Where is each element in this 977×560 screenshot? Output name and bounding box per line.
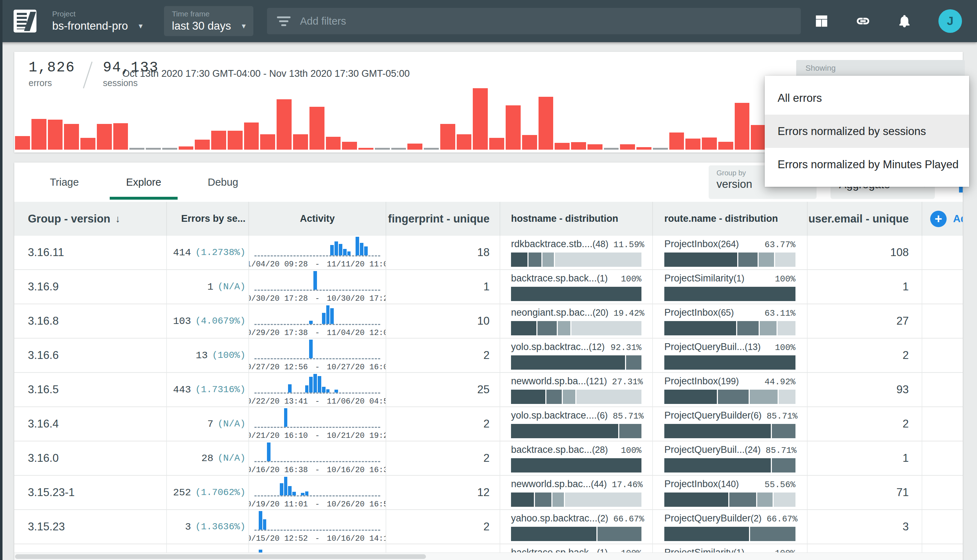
version-value: 3.15.23-1 (28, 486, 75, 499)
column-header-errors[interactable]: Errors by se... (167, 202, 249, 236)
sparkline-bar (313, 271, 317, 290)
version-value: 3.15.23 (28, 520, 65, 533)
distribution-segment (511, 355, 625, 370)
column-header-host[interactable]: hostname - distribution (500, 202, 653, 236)
column-header-fp[interactable]: fingerprint - unique (386, 202, 500, 236)
errors-count-value: 414 (173, 247, 191, 258)
histogram-bar (735, 103, 750, 150)
table-row[interactable]: 3.16.9 1 (N/A) 10/30/20 17:28-10/30/20 1… (14, 270, 963, 304)
hostname-distribution: newworld.sp.ba...(121) 27.31% (511, 376, 641, 404)
distribution-segment (779, 390, 795, 404)
histogram-bar (179, 147, 194, 150)
table-row[interactable]: 3.16.0 28 (N/A) 10/16/20 16:38-10/16/20 … (14, 442, 963, 476)
histogram-bar (375, 148, 390, 150)
distribution-segment (511, 390, 545, 404)
table-row[interactable]: 3.16.8 103 (4.0679%) 10/29/20 17:38-11/0… (14, 304, 963, 338)
sparkline-bar (330, 308, 334, 324)
project-selector[interactable]: Project bs-frontend-pro ▾ (52, 10, 143, 32)
user-email-unique-value: 2 (903, 349, 909, 362)
hostname-distribution: yolo.sp.backtrac...(12) 92.31% (511, 342, 641, 370)
histogram-bar (588, 144, 603, 150)
activity-sparkline (254, 271, 380, 291)
table-row[interactable]: 3.15.23 3 (1.3636%) 10/15/20 12:52-10/16… (14, 510, 963, 544)
sparkline-bar (288, 486, 292, 495)
sparkline-bar (309, 377, 313, 392)
sparkline-bar (326, 305, 330, 324)
table-row[interactable]: 3.16.11 414 (1.2738%) 11/04/20 09:28-11/… (14, 236, 963, 270)
version-value: 3.16.0 (28, 452, 58, 465)
menu-item-all-errors[interactable]: All errors (765, 82, 969, 115)
distribution-segment (511, 458, 641, 472)
explore-table-card: Triage Explore Debug Group by version ▾ … (14, 162, 963, 560)
tab-debug[interactable]: Debug (191, 162, 255, 202)
filter-input[interactable]: Add filters (267, 8, 801, 34)
column-header-route[interactable]: route.name - distribution (653, 202, 808, 236)
histogram-bar (653, 148, 668, 150)
showing-select-label: Showing (805, 63, 955, 73)
distribution-segment (529, 252, 541, 267)
tab-explore[interactable]: Explore (112, 162, 176, 202)
route-name-distribution: ProjectQueryBuil...(24) 85.71% (664, 444, 795, 472)
tab-triage[interactable]: Triage (32, 162, 97, 202)
column-header-activity[interactable]: Activity (249, 202, 386, 236)
avatar-initial: J (947, 14, 954, 28)
menu-item-errors-normalized-by-minutes-played[interactable]: Errors normalized by Minutes Played (765, 148, 969, 181)
sparkline-bar (356, 237, 359, 255)
horizontal-scrollbar[interactable] (14, 552, 963, 560)
bell-icon[interactable] (897, 13, 912, 28)
column-header-add[interactable]: +Add (922, 202, 963, 236)
distribution-segment (598, 527, 641, 541)
distribution-segment (772, 458, 795, 472)
distribution-segment (750, 527, 795, 541)
version-value: 3.16.8 (28, 315, 58, 328)
activity-sparkline (254, 442, 380, 462)
sparkline-bar (259, 511, 262, 530)
sparkline-bar (301, 493, 304, 495)
histogram-bar (309, 107, 324, 150)
menu-item-errors-normalized-by-sessions[interactable]: Errors normalized by sessions (765, 115, 969, 148)
histogram-bar (669, 132, 684, 150)
backtrace-logo[interactable] (13, 10, 37, 32)
distribution-segment (664, 527, 749, 541)
histogram-bar (97, 124, 112, 150)
distribution-segment (772, 424, 795, 438)
histogram-bar (489, 138, 504, 150)
histogram-bar (391, 148, 406, 150)
user-email-unique-value: 93 (897, 383, 909, 396)
fingerprint-unique-value: 2 (483, 418, 489, 430)
sort-descending-icon: ↓ (115, 213, 120, 225)
link-icon[interactable] (855, 13, 870, 28)
activity-date-range: 10/27/20 12:56-10/27/20 16:04 (254, 363, 380, 372)
sparkline-bar (339, 244, 342, 255)
user-email-unique-value: 3 (903, 520, 909, 533)
add-column-plus-icon[interactable]: + (930, 211, 947, 227)
histogram-bar (195, 140, 210, 150)
timeframe-selector[interactable]: Time frame last 30 days ▾ (164, 6, 253, 36)
distribution-segment (538, 321, 556, 335)
errors-percent-value: (1.3636%) (195, 522, 246, 532)
column-header-email[interactable]: user.email - unique (808, 202, 922, 236)
sparkline-bar (322, 387, 326, 392)
histogram-bar (539, 97, 554, 150)
scrollbar-thumb[interactable] (15, 554, 426, 559)
table-row[interactable]: 3.16.4 7 (N/A) 10/21/20 16:10-10/21/20 1… (14, 407, 963, 442)
histogram-bar (260, 134, 275, 150)
dashboard-icon[interactable] (814, 13, 829, 28)
sparkline-bar (318, 376, 321, 392)
errors-count: 1,826 (28, 60, 75, 76)
activity-sparkline (254, 511, 380, 531)
date-range-text: Oct 13th 2020 17:30 GMT-04:00 - Nov 13th… (122, 68, 410, 79)
user-avatar[interactable]: J (939, 9, 962, 33)
distribution-segment (757, 492, 773, 507)
table-row[interactable]: 3.15.23-1 252 (1.7062%) 10/19/20 11:01-1… (14, 476, 963, 510)
table-row[interactable]: 3.16.5 443 (1.7316%) 10/22/20 13:41-11/0… (14, 373, 963, 407)
errors-percent-value: (N/A) (218, 282, 246, 292)
table-row[interactable]: 3.16.6 13 (100%) 10/27/20 12:56-10/27/20… (14, 338, 963, 373)
distribution-segment (664, 321, 736, 335)
sparkline-bar (360, 243, 363, 255)
timeframe-value: last 30 days (172, 20, 231, 32)
column-header-version[interactable]: Group - version↓ (14, 202, 167, 236)
distribution-segment (664, 287, 795, 301)
distribution-segment (750, 390, 778, 404)
distribution-segment (759, 252, 774, 267)
